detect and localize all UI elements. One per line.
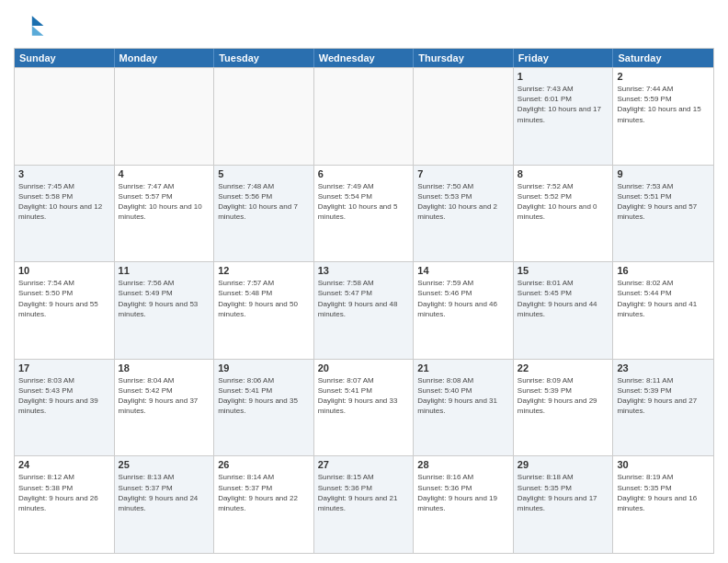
day-number: 5: [218, 168, 310, 179]
day-info: Sunrise: 8:19 AM Sunset: 5:35 PM Dayligh…: [617, 472, 710, 513]
cal-header-cell: Saturday: [613, 49, 713, 67]
calendar-cell: [314, 68, 415, 165]
day-info: Sunrise: 7:58 AM Sunset: 5:47 PM Dayligh…: [318, 278, 410, 319]
day-number: 10: [18, 265, 110, 276]
day-info: Sunrise: 8:16 AM Sunset: 5:36 PM Dayligh…: [417, 472, 509, 513]
day-number: 12: [218, 265, 310, 276]
day-number: 9: [617, 168, 710, 179]
day-number: 27: [318, 459, 410, 470]
day-number: 18: [119, 362, 210, 373]
day-info: Sunrise: 7:43 AM Sunset: 6:01 PM Dayligh…: [518, 84, 609, 125]
calendar-cell: 17Sunrise: 8:03 AM Sunset: 5:43 PM Dayli…: [15, 360, 115, 456]
calendar-cell: [15, 68, 115, 165]
calendar-row: 3Sunrise: 7:45 AM Sunset: 5:58 PM Daylig…: [15, 165, 713, 262]
day-info: Sunrise: 8:02 AM Sunset: 5:44 PM Dayligh…: [617, 278, 710, 319]
calendar-header-row: SundayMondayTuesdayWednesdayThursdayFrid…: [15, 49, 713, 67]
day-info: Sunrise: 7:52 AM Sunset: 5:52 PM Dayligh…: [518, 181, 609, 223]
day-info: Sunrise: 8:15 AM Sunset: 5:36 PM Dayligh…: [318, 472, 410, 513]
logo: [14, 9, 51, 42]
calendar-cell: 9Sunrise: 7:53 AM Sunset: 5:51 PM Daylig…: [613, 166, 713, 262]
day-info: Sunrise: 7:59 AM Sunset: 5:46 PM Dayligh…: [417, 278, 509, 319]
calendar-cell: 28Sunrise: 8:16 AM Sunset: 5:36 PM Dayli…: [414, 456, 514, 553]
calendar-cell: 1Sunrise: 7:43 AM Sunset: 6:01 PM Daylig…: [514, 68, 614, 165]
day-info: Sunrise: 8:09 AM Sunset: 5:39 PM Dayligh…: [518, 375, 609, 417]
header: [14, 9, 714, 42]
calendar-cell: 12Sunrise: 7:57 AM Sunset: 5:48 PM Dayli…: [214, 262, 314, 359]
day-number: 29: [518, 459, 609, 470]
day-number: 17: [18, 362, 110, 373]
calendar-cell: 22Sunrise: 8:09 AM Sunset: 5:39 PM Dayli…: [514, 360, 614, 456]
calendar-cell: 25Sunrise: 8:13 AM Sunset: 5:37 PM Dayli…: [115, 456, 215, 553]
day-number: 3: [18, 168, 110, 179]
day-info: Sunrise: 8:03 AM Sunset: 5:43 PM Dayligh…: [18, 375, 110, 417]
day-number: 11: [119, 265, 210, 276]
calendar-row: 1Sunrise: 7:43 AM Sunset: 6:01 PM Daylig…: [15, 67, 713, 165]
day-info: Sunrise: 8:07 AM Sunset: 5:41 PM Dayligh…: [318, 375, 410, 417]
calendar-cell: 5Sunrise: 7:48 AM Sunset: 5:56 PM Daylig…: [214, 166, 314, 262]
day-info: Sunrise: 7:49 AM Sunset: 5:54 PM Dayligh…: [318, 181, 410, 223]
calendar-cell: 10Sunrise: 7:54 AM Sunset: 5:50 PM Dayli…: [15, 262, 115, 359]
page: SundayMondayTuesdayWednesdayThursdayFrid…: [0, 0, 728, 563]
cal-header-cell: Thursday: [414, 49, 514, 67]
calendar-cell: 24Sunrise: 8:12 AM Sunset: 5:38 PM Dayli…: [15, 456, 115, 553]
calendar-cell: 30Sunrise: 8:19 AM Sunset: 5:35 PM Dayli…: [613, 456, 713, 553]
day-info: Sunrise: 8:04 AM Sunset: 5:42 PM Dayligh…: [119, 375, 210, 417]
day-info: Sunrise: 8:11 AM Sunset: 5:39 PM Dayligh…: [617, 375, 710, 417]
calendar-body: 1Sunrise: 7:43 AM Sunset: 6:01 PM Daylig…: [15, 67, 713, 553]
cal-header-cell: Friday: [514, 49, 614, 67]
cal-header-cell: Monday: [115, 49, 215, 67]
day-info: Sunrise: 8:13 AM Sunset: 5:37 PM Dayligh…: [119, 472, 210, 513]
calendar-cell: 20Sunrise: 8:07 AM Sunset: 5:41 PM Dayli…: [314, 360, 415, 456]
calendar-cell: 26Sunrise: 8:14 AM Sunset: 5:37 PM Dayli…: [214, 456, 314, 553]
day-number: 21: [417, 362, 509, 373]
calendar-cell: 19Sunrise: 8:06 AM Sunset: 5:41 PM Dayli…: [214, 360, 314, 456]
day-number: 1: [518, 71, 609, 82]
day-number: 30: [617, 459, 710, 470]
day-info: Sunrise: 8:12 AM Sunset: 5:38 PM Dayligh…: [18, 472, 110, 513]
calendar-cell: 29Sunrise: 8:18 AM Sunset: 5:35 PM Dayli…: [514, 456, 614, 553]
calendar-cell: 15Sunrise: 8:01 AM Sunset: 5:45 PM Dayli…: [514, 262, 614, 359]
day-number: 8: [518, 168, 609, 179]
day-number: 16: [617, 265, 710, 276]
calendar-cell: 18Sunrise: 8:04 AM Sunset: 5:42 PM Dayli…: [115, 360, 215, 456]
day-info: Sunrise: 7:53 AM Sunset: 5:51 PM Dayligh…: [617, 181, 710, 223]
calendar-cell: [115, 68, 215, 165]
calendar-cell: [414, 68, 514, 165]
calendar-cell: 4Sunrise: 7:47 AM Sunset: 5:57 PM Daylig…: [115, 166, 215, 262]
calendar-cell: 14Sunrise: 7:59 AM Sunset: 5:46 PM Dayli…: [414, 262, 514, 359]
day-number: 14: [417, 265, 509, 276]
day-info: Sunrise: 8:14 AM Sunset: 5:37 PM Dayligh…: [218, 472, 310, 513]
day-info: Sunrise: 8:01 AM Sunset: 5:45 PM Dayligh…: [518, 278, 609, 319]
day-number: 28: [417, 459, 509, 470]
calendar-cell: 27Sunrise: 8:15 AM Sunset: 5:36 PM Dayli…: [314, 456, 415, 553]
calendar-cell: 7Sunrise: 7:50 AM Sunset: 5:53 PM Daylig…: [414, 166, 514, 262]
calendar-row: 17Sunrise: 8:03 AM Sunset: 5:43 PM Dayli…: [15, 359, 713, 456]
calendar-cell: 23Sunrise: 8:11 AM Sunset: 5:39 PM Dayli…: [613, 360, 713, 456]
calendar-cell: 21Sunrise: 8:08 AM Sunset: 5:40 PM Dayli…: [414, 360, 514, 456]
day-number: 26: [218, 459, 310, 470]
day-info: Sunrise: 8:08 AM Sunset: 5:40 PM Dayligh…: [417, 375, 509, 417]
calendar-cell: [214, 68, 314, 165]
day-info: Sunrise: 7:45 AM Sunset: 5:58 PM Dayligh…: [18, 181, 110, 223]
calendar-cell: 8Sunrise: 7:52 AM Sunset: 5:52 PM Daylig…: [514, 166, 614, 262]
day-info: Sunrise: 8:06 AM Sunset: 5:41 PM Dayligh…: [218, 375, 310, 417]
svg-marker-1: [32, 26, 44, 36]
day-info: Sunrise: 7:56 AM Sunset: 5:49 PM Dayligh…: [119, 278, 210, 319]
day-number: 22: [518, 362, 609, 373]
calendar-cell: 3Sunrise: 7:45 AM Sunset: 5:58 PM Daylig…: [15, 166, 115, 262]
day-number: 13: [318, 265, 410, 276]
cal-header-cell: Tuesday: [214, 49, 314, 67]
day-number: 23: [617, 362, 710, 373]
day-number: 25: [119, 459, 210, 470]
calendar-cell: 16Sunrise: 8:02 AM Sunset: 5:44 PM Dayli…: [613, 262, 713, 359]
day-info: Sunrise: 7:47 AM Sunset: 5:57 PM Dayligh…: [119, 181, 210, 223]
day-number: 24: [18, 459, 110, 470]
day-number: 4: [119, 168, 210, 179]
day-number: 6: [318, 168, 410, 179]
logo-icon: [14, 9, 47, 42]
calendar-cell: 11Sunrise: 7:56 AM Sunset: 5:49 PM Dayli…: [115, 262, 215, 359]
day-number: 19: [218, 362, 310, 373]
day-info: Sunrise: 8:18 AM Sunset: 5:35 PM Dayligh…: [518, 472, 609, 513]
day-number: 7: [417, 168, 509, 179]
cal-header-cell: Wednesday: [314, 49, 415, 67]
